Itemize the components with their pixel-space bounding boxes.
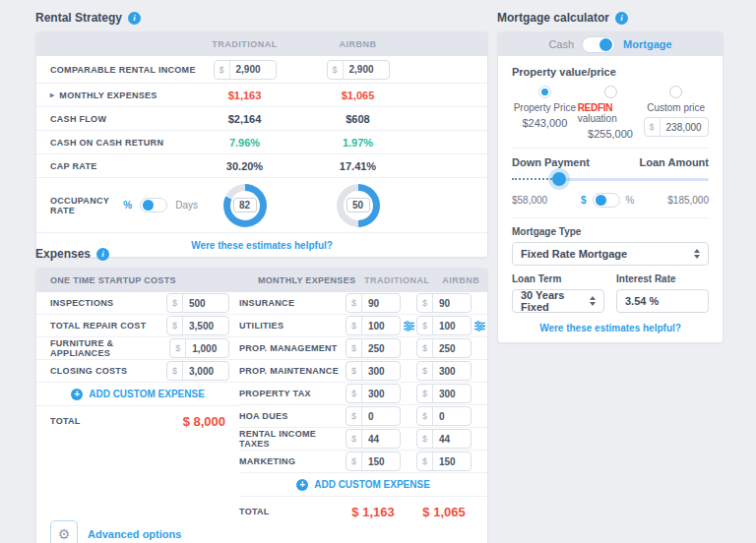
monthly-expenses-expander[interactable]: ▸ MONTHLY EXPENSES bbox=[50, 90, 198, 100]
expenses-title-text: Expenses bbox=[35, 247, 91, 261]
loan-amount-label: Loan Amount bbox=[640, 156, 709, 168]
expenses-panel: ONE TIME STARTUP COSTS MONTHLY EXPENSES … bbox=[35, 268, 488, 543]
property-tax-input-airbnb[interactable]: $ 300 bbox=[416, 384, 472, 403]
cash-mortgage-toggle[interactable] bbox=[582, 36, 615, 53]
hoa-dues-input-traditional[interactable]: $ 0 bbox=[346, 406, 401, 426]
expense-row-closing-costs: CLOSING COSTS $ 3,000 bbox=[36, 360, 239, 383]
unit-percent[interactable]: % bbox=[626, 195, 635, 206]
utilities-input-traditional[interactable]: $ 100 bbox=[346, 316, 401, 335]
redfin-logo: REDFIN bbox=[578, 102, 612, 113]
expense-row-utilities: UTILITIES $ 100 $ 100 bbox=[239, 315, 487, 337]
marketing-input-traditional[interactable]: $ 150 bbox=[346, 452, 401, 471]
expense-row-furniture: FURNITURE & APPLIANCES $ 1,000 bbox=[36, 337, 239, 360]
mortgage-option[interactable]: Mortgage bbox=[623, 38, 672, 50]
rental-income-taxes-input-airbnb[interactable]: $ 44 bbox=[416, 429, 472, 449]
custom-price-input[interactable]: $ 238,000 bbox=[644, 117, 709, 137]
redfin-valuation-radio[interactable] bbox=[604, 86, 617, 98]
one-time-total-value: $ 8,000 bbox=[183, 414, 225, 429]
one-time-add-custom-expense[interactable]: + ADD CUSTOM EXPENSE bbox=[36, 383, 239, 406]
property-tax-input-traditional[interactable]: $ 300 bbox=[346, 384, 401, 403]
expense-row-prop-management: PROP. MANAGEMENT $ 250 $ 250 bbox=[239, 337, 487, 360]
prop-management-input-traditional[interactable]: $ 250 bbox=[346, 338, 401, 358]
mortgage-type-select[interactable]: Fixed Rate Mortgage bbox=[512, 242, 709, 266]
expense-row-hoa-dues: HOA DUES $ 0 $ 0 bbox=[239, 405, 487, 428]
info-icon[interactable]: i bbox=[128, 12, 141, 25]
furniture-input[interactable]: $ 1,000 bbox=[169, 338, 229, 358]
monthly-expenses-airbnb: $1,065 bbox=[311, 90, 405, 101]
plus-icon: + bbox=[296, 479, 308, 491]
row-comparable-rental-income: COMPARABLE RENTAL INCOME $ 2,900 $ 2,900 bbox=[36, 56, 487, 84]
expense-row-repair-cost: TOTAL REPAIR COST $ 3,500 bbox=[36, 315, 239, 337]
one-time-total-label: TOTAL bbox=[50, 416, 81, 426]
custom-price-option: Custom price $ 238,000 bbox=[643, 86, 709, 140]
insurance-input-traditional[interactable]: $ 90 bbox=[346, 293, 401, 313]
repair-cost-input[interactable]: $ 3,500 bbox=[166, 316, 229, 335]
marketing-input-airbnb[interactable]: $ 150 bbox=[416, 452, 472, 471]
slider-knob[interactable] bbox=[552, 172, 566, 186]
info-icon[interactable]: i bbox=[96, 248, 109, 261]
income-input-traditional[interactable]: $ 2,900 bbox=[214, 60, 277, 80]
cap-rate-traditional: 30.20% bbox=[198, 160, 291, 172]
occupancy-unit-days[interactable]: Days bbox=[175, 200, 198, 211]
prop-management-input-airbnb[interactable]: $ 250 bbox=[416, 338, 472, 358]
occupancy-unit-toggle[interactable] bbox=[140, 198, 167, 212]
expenses-section: Expenses i ONE TIME STARTUP COSTS MONTHL… bbox=[35, 244, 488, 543]
cap-rate-airbnb: 17.41% bbox=[311, 160, 405, 172]
rental-strategy-header: TRADITIONAL AIRBNB bbox=[36, 32, 487, 56]
occupancy-unit-percent[interactable]: % bbox=[123, 200, 132, 211]
mortgage-type-label: Mortgage Type bbox=[512, 226, 709, 237]
unit-dollar[interactable]: $ bbox=[581, 195, 587, 206]
inspections-input[interactable]: $ 500 bbox=[166, 293, 229, 313]
info-icon[interactable]: i bbox=[615, 12, 628, 25]
custom-price-name: Custom price bbox=[647, 102, 705, 113]
property-price-option: Property Price $243,000 bbox=[512, 86, 578, 140]
income-input-airbnb[interactable]: $ 2,900 bbox=[327, 60, 390, 80]
insurance-input-airbnb[interactable]: $ 90 bbox=[416, 293, 472, 313]
occupancy-label: OCCUPANCY RATE bbox=[50, 196, 115, 215]
monthly-col-traditional: TRADITIONAL bbox=[364, 275, 419, 285]
one-time-costs-column: INSPECTIONS $ 500 TOTAL REPAIR COST $ 3,… bbox=[36, 292, 239, 543]
prop-maintenance-input-traditional[interactable]: $ 300 bbox=[346, 361, 401, 381]
row-cash-on-cash: CASH ON CASH RETURN 7.96% 1.97% bbox=[36, 131, 487, 154]
loan-term-label: Loan Term bbox=[512, 273, 604, 284]
monthly-add-custom-expense[interactable]: + ADD CUSTOM EXPENSE bbox=[239, 473, 487, 497]
mortgage-panel: Cash Mortgage Property value/price Prope… bbox=[497, 31, 724, 343]
chevron-right-icon: ▸ bbox=[50, 90, 54, 99]
rental-strategy-title: Rental Strategy i bbox=[35, 8, 488, 28]
dollar-prefix: $ bbox=[167, 362, 183, 380]
custom-price-radio[interactable] bbox=[669, 86, 682, 98]
closing-costs-input[interactable]: $ 3,000 bbox=[166, 361, 229, 381]
hoa-dues-input-airbnb[interactable]: $ 0 bbox=[416, 406, 472, 426]
prop-maintenance-input-airbnb[interactable]: $ 300 bbox=[416, 361, 472, 381]
cap-rate-label: CAP RATE bbox=[50, 161, 198, 171]
interest-rate-input[interactable]: 3.54 % bbox=[616, 289, 709, 313]
rental-strategy-section: Rental Strategy i TRADITIONAL AIRBNB COM… bbox=[35, 8, 488, 258]
down-payment-slider[interactable] bbox=[512, 172, 709, 186]
utilities-input-airbnb[interactable]: $ 100 bbox=[416, 316, 472, 335]
select-arrows-icon bbox=[694, 249, 700, 259]
mortgage-title: Mortgage calculator i bbox=[497, 8, 724, 28]
occupancy-input-airbnb[interactable]: 50 bbox=[346, 198, 370, 212]
income-label: COMPARABLE RENTAL INCOME bbox=[50, 65, 198, 75]
loan-term-select[interactable]: 30 Years Fixed bbox=[512, 289, 604, 313]
row-cap-rate: CAP RATE 30.20% 17.41% bbox=[36, 154, 487, 178]
occupancy-input-traditional[interactable]: 82 bbox=[233, 198, 257, 212]
cash-flow-label: CASH FLOW bbox=[50, 114, 198, 124]
one-time-total-row: TOTAL $ 8,000 bbox=[36, 406, 239, 436]
rental-income-taxes-input-traditional[interactable]: $ 44 bbox=[346, 429, 401, 449]
dollar-percent-toggle[interactable] bbox=[593, 193, 620, 208]
advanced-options-link[interactable]: Advanced options bbox=[88, 528, 181, 540]
utilities-sliders-icon-airbnb[interactable] bbox=[472, 321, 487, 332]
expenses-header: ONE TIME STARTUP COSTS MONTHLY EXPENSES … bbox=[36, 269, 487, 292]
monthly-header: MONTHLY EXPENSES bbox=[258, 275, 364, 285]
dollar-prefix: $ bbox=[167, 294, 183, 312]
cash-option[interactable]: Cash bbox=[548, 38, 574, 50]
redfin-valuation-option: REDFIN valuation $255,000 bbox=[578, 86, 644, 140]
advanced-options: ⚙ Advanced options bbox=[36, 520, 239, 543]
advanced-options-button[interactable]: ⚙ bbox=[50, 520, 78, 543]
property-price-radio[interactable] bbox=[538, 86, 551, 98]
mortgage-helpful-link[interactable]: Were these estimates helpful? bbox=[539, 323, 681, 333]
mortgage-section: Mortgage calculator i Cash Mortgage Prop… bbox=[497, 8, 724, 343]
interest-rate-label: Interest Rate bbox=[616, 273, 709, 284]
utilities-sliders-icon-traditional[interactable] bbox=[401, 321, 416, 332]
